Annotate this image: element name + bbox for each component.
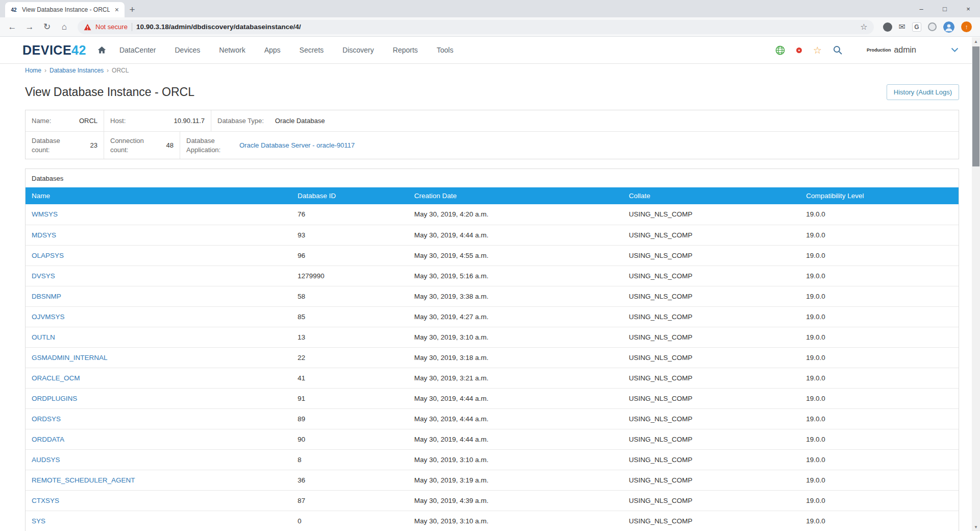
database-name-link[interactable]: REMOTE_SCHEDULER_AGENT — [32, 476, 135, 484]
breadcrumb-separator: › — [107, 67, 109, 74]
collate-cell: USING_NLS_COMP — [623, 368, 800, 388]
nav-item-reports[interactable]: Reports — [393, 46, 418, 54]
browser-update-menu-icon[interactable]: ↑ — [961, 21, 972, 32]
database-name-link[interactable]: GSMADMIN_INTERNAL — [32, 354, 108, 361]
g-extension-icon[interactable]: G — [912, 22, 921, 32]
database-count-cell: Database count: 23 — [26, 132, 104, 159]
compatibility-level-cell: 19.0.0 — [800, 306, 959, 327]
bookmark-star-icon[interactable]: ☆ — [860, 22, 867, 32]
creation-date-cell: May 30, 2019, 3:10 a.m. — [408, 511, 622, 531]
database-name-link[interactable]: DBSNMP — [32, 293, 61, 300]
search-icon[interactable] — [833, 45, 842, 55]
connection-count-value: 48 — [166, 141, 174, 149]
favorites-star-icon[interactable]: ☆ — [813, 45, 822, 55]
chevron-down-icon[interactable] — [951, 47, 959, 53]
column-header-compatibility-level[interactable]: Compatibility Level — [800, 187, 959, 204]
collate-cell: USING_NLS_COMP — [623, 511, 800, 531]
database-type-label: Database Type: — [217, 116, 264, 126]
database-name-link[interactable]: SYS — [32, 517, 45, 525]
nav-item-tools[interactable]: Tools — [437, 46, 454, 54]
collate-cell: USING_NLS_COMP — [623, 470, 800, 490]
databases-section: Databases Name Database ID Creation Date… — [25, 168, 959, 531]
pin-extension-icon[interactable] — [883, 22, 892, 32]
nav-item-secrets[interactable]: Secrets — [300, 46, 324, 54]
reload-button[interactable]: ↻ — [39, 19, 55, 35]
not-secure-label[interactable]: Not secure — [95, 23, 128, 31]
instance-info-panel: Name: ORCL Host: 10.90.11.7 Database Typ… — [25, 110, 959, 159]
url-text[interactable]: 10.90.3.18/admin/dbdiscovery/databaseins… — [136, 23, 856, 31]
creation-date-cell: May 30, 2019, 3:18 a.m. — [408, 347, 622, 368]
forward-button[interactable]: → — [21, 19, 38, 35]
column-header-name[interactable]: Name — [26, 187, 291, 204]
window-close-button[interactable]: × — [957, 0, 980, 17]
database-id-cell: 87 — [291, 490, 408, 511]
device42-logo[interactable]: DEVICE42 — [22, 43, 86, 58]
collate-cell: USING_NLS_COMP — [623, 245, 800, 266]
browser-tab[interactable]: 42 View Database Instance - ORCL × — [5, 2, 125, 17]
globe-icon[interactable] — [775, 45, 785, 55]
collate-cell: USING_NLS_COMP — [623, 327, 800, 347]
window-maximize-button[interactable]: □ — [933, 0, 957, 17]
compatibility-level-cell: 19.0.0 — [800, 266, 959, 286]
new-tab-button[interactable]: + — [125, 3, 140, 17]
browser-home-button[interactable]: ⌂ — [56, 19, 72, 35]
scrollbar-up-arrow[interactable]: ▲ — [972, 37, 980, 45]
name-cell: Name: ORCL — [26, 110, 104, 131]
compatibility-level-cell: 19.0.0 — [800, 470, 959, 490]
column-header-collate[interactable]: Collate — [623, 187, 800, 204]
nav-item-datacenter[interactable]: DataCenter — [119, 46, 156, 54]
scrollbar-thumb[interactable] — [972, 46, 979, 166]
database-name-link[interactable]: ORDSYS — [32, 415, 61, 423]
database-name-link[interactable]: ORDDATA — [32, 436, 64, 443]
connection-count-cell: Connection count: 48 — [104, 132, 180, 159]
database-type-cell: Database Type: Oracle Database — [211, 110, 959, 131]
database-name-link[interactable]: OLAPSYS — [32, 252, 64, 259]
nav-item-devices[interactable]: Devices — [175, 46, 201, 54]
profile-avatar[interactable] — [943, 21, 954, 33]
database-name-link[interactable]: MDSYS — [32, 231, 56, 239]
database-name-link[interactable]: AUDSYS — [32, 456, 60, 464]
back-button[interactable]: ← — [4, 19, 20, 35]
scrollbar-down-arrow[interactable]: ▼ — [972, 523, 980, 531]
database-id-cell: 0 — [291, 511, 408, 531]
database-name-link[interactable]: OUTLN — [32, 333, 55, 341]
nav-item-discovery[interactable]: Discovery — [342, 46, 374, 54]
table-row: MDSYS 93 May 30, 2019, 4:44 a.m. USING_N… — [26, 225, 959, 245]
creation-date-cell: May 30, 2019, 3:10 a.m. — [408, 449, 622, 470]
table-row: DBSNMP 58 May 30, 2019, 3:38 a.m. USING_… — [26, 286, 959, 306]
mail-extension-icon[interactable]: ✉ — [899, 23, 905, 31]
window-minimize-button[interactable]: – — [910, 0, 933, 17]
compatibility-level-cell: 19.0.0 — [800, 225, 959, 245]
breadcrumb-home-link[interactable]: Home — [25, 67, 41, 74]
database-name-link[interactable]: CTXSYS — [32, 497, 59, 504]
table-row: WMSYS 76 May 30, 2019, 4:20 a.m. USING_N… — [26, 204, 959, 225]
app-home-icon[interactable] — [97, 46, 106, 54]
history-audit-logs-button[interactable]: History (Audit Logs) — [887, 84, 959, 100]
nav-item-apps[interactable]: Apps — [264, 46, 281, 54]
database-application-link[interactable]: Oracle Database Server - oracle-90117 — [239, 141, 355, 149]
nav-item-network[interactable]: Network — [219, 46, 245, 54]
collate-cell: USING_NLS_COMP — [623, 490, 800, 511]
database-name-link[interactable]: ORDPLUGINS — [32, 395, 77, 402]
databases-table: Name Database ID Creation Date Collate C… — [26, 187, 959, 531]
collate-cell: USING_NLS_COMP — [623, 204, 800, 225]
database-name-link[interactable]: WMSYS — [32, 210, 58, 218]
compatibility-level-cell: 19.0.0 — [800, 511, 959, 531]
page-scrollbar[interactable]: ▲ ▼ — [972, 37, 980, 531]
help-lifebuoy-icon[interactable] — [796, 47, 802, 53]
compatibility-level-cell: 19.0.0 — [800, 327, 959, 347]
databases-section-title: Databases — [26, 169, 959, 187]
column-header-creation-date[interactable]: Creation Date — [408, 187, 622, 204]
column-header-database-id[interactable]: Database ID — [291, 187, 408, 204]
user-menu[interactable]: Production admin — [867, 45, 916, 55]
extension-icon[interactable] — [928, 22, 937, 31]
breadcrumb-database-instances-link[interactable]: Database Instances — [50, 67, 104, 74]
database-id-cell: 89 — [291, 408, 408, 429]
database-name-link[interactable]: DVSYS — [32, 272, 55, 280]
address-bar[interactable]: Not secure 10.90.3.18/admin/dbdiscovery/… — [78, 20, 874, 34]
database-name-link[interactable]: OJVMSYS — [32, 313, 65, 321]
database-name-link[interactable]: ORACLE_OCM — [32, 374, 80, 382]
creation-date-cell: May 30, 2019, 3:38 a.m. — [408, 286, 622, 306]
tab-close-icon[interactable]: × — [114, 6, 120, 14]
table-row: OJVMSYS 85 May 30, 2019, 4:27 a.m. USING… — [26, 306, 959, 327]
